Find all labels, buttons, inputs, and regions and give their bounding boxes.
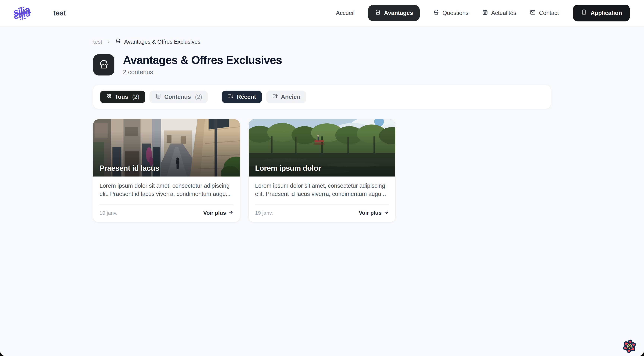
card-excerpt: Lorem ipsum dolor sit amet, consectetur … [255, 182, 389, 198]
filter-tab-label: Contenus [164, 94, 191, 100]
card-excerpt: Lorem ipsum dolor sit amet, consectetur … [100, 182, 234, 198]
breadcrumb-current-label: Avantages & Offres Exclusives [124, 38, 200, 45]
nav-item-label: Avantages [384, 10, 413, 16]
content-card[interactable]: Praesent id lacus Lorem ipsum dolor sit … [93, 119, 240, 222]
filter-tab-label: Tous [115, 94, 128, 100]
application-button[interactable]: Application [573, 5, 630, 22]
nav-item-contact[interactable]: Contact [530, 9, 559, 17]
nav-item-questions[interactable]: Questions [433, 9, 468, 17]
sort-ascending-icon [272, 93, 278, 101]
chevron-right-icon [106, 39, 111, 44]
arrow-right-icon [228, 210, 234, 216]
nav-item-label: Actualités [491, 10, 516, 16]
card-body: Lorem ipsum dolor sit amet, consectetur … [249, 176, 396, 198]
section-icon-tile [93, 54, 114, 76]
filter-divider [215, 92, 215, 102]
card-image-swamp: Lorem ipsum dolor [249, 119, 396, 176]
nav-items: Accueil Avantages [336, 5, 559, 21]
application-button-label: Application [590, 10, 622, 16]
card-date: 19 janv. [255, 210, 273, 216]
site-name: test [53, 9, 66, 17]
voir-plus-link[interactable]: Voir plus [359, 210, 389, 216]
store-icon [98, 59, 110, 71]
card-title: Lorem ipsum dolor [255, 164, 321, 172]
filter-tab-tous[interactable]: Tous (2) [100, 90, 145, 103]
smartphone-icon [581, 9, 587, 17]
page-header-text: Avantages & Offres Exclusives 2 contenus [123, 54, 282, 76]
content-count: 2 contenus [123, 68, 282, 76]
breadcrumb-current: Avantages & Offres Exclusives [115, 38, 200, 45]
card-image-alley: Praesent id lacus [93, 119, 240, 176]
sort-button-ancien[interactable]: Ancien [266, 90, 306, 103]
sort-button-recent[interactable]: Récent [222, 90, 262, 103]
calendar-icon [482, 9, 488, 17]
mail-icon [530, 9, 536, 17]
breadcrumb: test Avantages & Offres Exclusives [93, 38, 551, 45]
sort-button-label: Récent [237, 94, 256, 100]
voir-plus-link[interactable]: Voir plus [203, 210, 234, 216]
nav-item-actualites[interactable]: Actualités [482, 9, 516, 17]
nav-item-label: Accueil [336, 10, 354, 16]
page-header: Avantages & Offres Exclusives 2 contenus [93, 54, 551, 76]
content-card[interactable]: Lorem ipsum dolor Lorem ipsum dolor sit … [249, 119, 396, 222]
store-icon [115, 38, 121, 45]
store-icon [375, 9, 381, 17]
voir-plus-label: Voir plus [359, 210, 382, 216]
page: silia silia test Accueil Avantages [0, 0, 644, 356]
document-icon [156, 93, 161, 101]
sort-descending-icon [228, 93, 234, 101]
nav-item-label: Contact [539, 10, 559, 16]
top-navigation: silia silia test Accueil Avantages [0, 0, 644, 26]
filter-tab-contenus[interactable]: Contenus (2) [150, 90, 208, 103]
page-title: Avantages & Offres Exclusives [123, 54, 282, 66]
card-body: Lorem ipsum dolor sit amet, consectetur … [93, 176, 240, 198]
card-footer: 19 janv. Voir plus [93, 205, 240, 222]
nav-item-avantages[interactable]: Avantages [368, 5, 420, 21]
content-card-grid: Praesent id lacus Lorem ipsum dolor sit … [93, 119, 551, 237]
filter-panel: Tous (2) Contenus (2) [93, 85, 551, 109]
brand: silia silia test [13, 2, 66, 24]
atom-flower-icon [621, 352, 638, 355]
main-content: test Avantages & Offres Exclusives [93, 26, 551, 356]
filter-tab-count: (2) [195, 94, 202, 100]
devtools-toggle-button[interactable] [621, 338, 638, 354]
sort-button-label: Ancien [281, 94, 300, 100]
silia-logo[interactable]: silia silia [13, 2, 45, 24]
arrow-right-icon [384, 210, 389, 216]
nav-item-label: Questions [442, 10, 468, 16]
card-footer: 19 janv. Voir plus [249, 205, 396, 222]
store-icon [433, 9, 440, 17]
filter-tab-count: (2) [132, 94, 140, 100]
breadcrumb-root-link[interactable]: test [93, 38, 102, 45]
grid-icon [106, 93, 112, 101]
nav-item-accueil[interactable]: Accueil [336, 10, 354, 16]
voir-plus-label: Voir plus [203, 210, 226, 216]
card-date: 19 janv. [100, 210, 118, 216]
card-title: Praesent id lacus [100, 164, 159, 172]
